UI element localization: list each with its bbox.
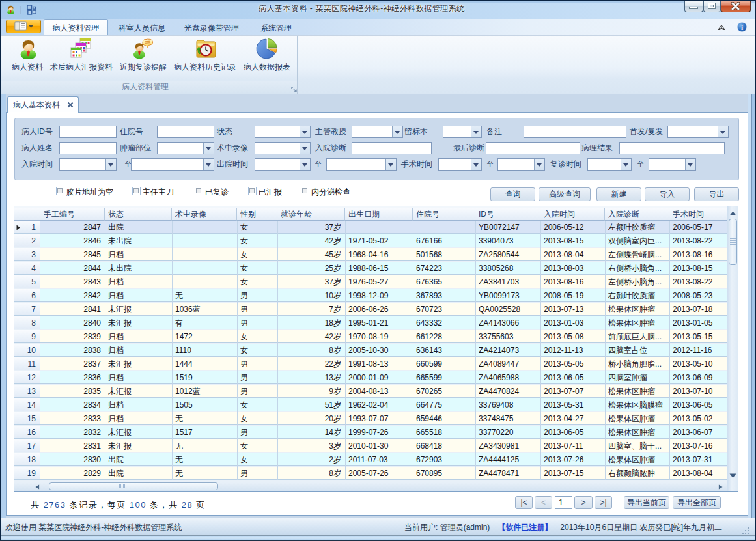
svg-text:i: i	[741, 23, 743, 31]
